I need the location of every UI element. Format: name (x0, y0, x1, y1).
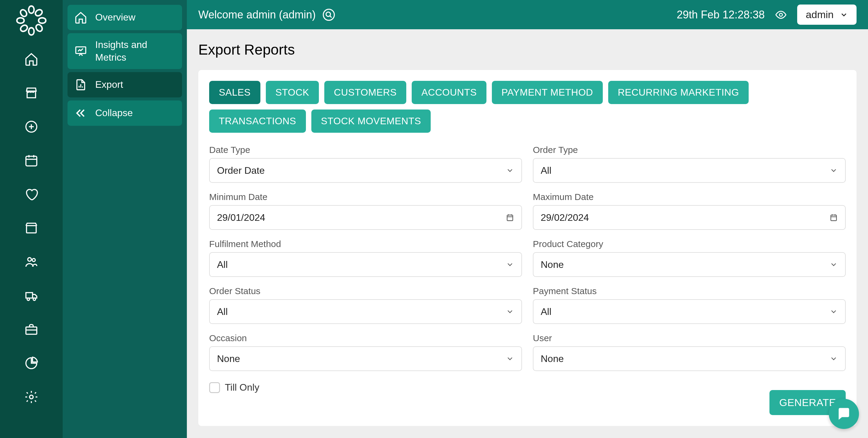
sidebar-item-export[interactable]: Export (67, 72, 182, 97)
presentation-icon (73, 44, 88, 59)
nav-calendar-icon[interactable] (23, 152, 40, 169)
min-date-input[interactable]: 29/01/2024 (209, 205, 522, 230)
product-category-select[interactable]: None (533, 252, 846, 277)
chevron-down-icon (506, 260, 514, 269)
chat-launcher[interactable] (829, 399, 859, 429)
nav-box-icon[interactable] (23, 220, 40, 236)
order-type-label: Order Type (533, 145, 846, 155)
eye-icon[interactable] (774, 8, 787, 22)
chevron-down-icon (830, 166, 838, 175)
export-card: SALES STOCK CUSTOMERS ACCOUNTS PAYMENT M… (198, 70, 857, 426)
fulfilment-method-select[interactable]: All (209, 252, 522, 277)
page-title: Export Reports (198, 41, 857, 58)
chevron-down-icon (830, 308, 838, 316)
tab-accounts[interactable]: ACCOUNTS (412, 81, 487, 104)
tab-stock[interactable]: STOCK (266, 81, 319, 104)
order-status-label: Order Status (209, 286, 522, 296)
chat-icon (836, 406, 852, 422)
user-filter-select[interactable]: None (533, 346, 846, 371)
svg-rect-1 (26, 156, 37, 166)
sidebar-item-collapse[interactable]: Collapse (67, 100, 182, 126)
occasion-select[interactable]: None (209, 346, 522, 371)
date-type-label: Date Type (209, 145, 522, 155)
nav-delivery-icon[interactable] (23, 287, 40, 304)
calendar-icon (506, 213, 514, 222)
max-date-label: Maximum Date (533, 192, 846, 202)
order-status-select[interactable]: All (209, 299, 522, 324)
payment-status-select[interactable]: All (533, 299, 846, 324)
max-date-input[interactable]: 29/02/2024 (533, 205, 846, 230)
sidebar-item-label: Collapse (95, 107, 133, 119)
sidebar-item-label: Export (95, 79, 123, 91)
till-only-label: Till Only (225, 382, 259, 393)
tab-transactions[interactable]: TRANSACTIONS (209, 110, 306, 133)
menu-sidebar: Overview Insights and Metrics Export Col… (63, 0, 187, 438)
tab-sales[interactable]: SALES (209, 81, 260, 104)
welcome-text: Welcome admin (admin) (198, 8, 315, 21)
date-type-select[interactable]: Order Date (209, 158, 522, 183)
sidebar-item-overview[interactable]: Overview (67, 5, 182, 30)
tab-customers[interactable]: CUSTOMERS (324, 81, 406, 104)
svg-point-11 (779, 13, 782, 16)
svg-rect-13 (831, 215, 837, 221)
tab-stock-movements[interactable]: STOCK MOVEMENTS (311, 110, 431, 133)
svg-rect-6 (26, 327, 37, 334)
header-bar: Welcome admin (admin) 29th Feb 12:28:38 … (187, 0, 868, 29)
nav-users-icon[interactable] (23, 253, 40, 270)
chevron-down-icon (506, 166, 514, 175)
payment-status-label: Payment Status (533, 286, 846, 296)
svg-rect-12 (507, 215, 513, 221)
svg-point-9 (323, 9, 335, 20)
house-icon (73, 10, 88, 25)
occasion-label: Occasion (209, 333, 522, 343)
nav-heart-icon[interactable] (23, 186, 40, 203)
logo-icon (13, 2, 50, 39)
nav-briefcase-icon[interactable] (23, 321, 40, 338)
chevron-down-icon (506, 354, 514, 363)
nav-settings-icon[interactable] (23, 388, 40, 405)
chevron-down-icon (830, 260, 838, 269)
chevron-down-icon (830, 354, 838, 363)
icon-sidebar (0, 0, 63, 438)
tab-payment-method[interactable]: PAYMENT METHOD (492, 81, 603, 104)
order-type-select[interactable]: All (533, 158, 846, 183)
nav-chart-icon[interactable] (23, 355, 40, 372)
datetime-text: 29th Feb 12:28:38 (677, 8, 765, 21)
chevron-down-icon (506, 308, 514, 316)
tab-row: SALES STOCK CUSTOMERS ACCOUNTS PAYMENT M… (209, 81, 846, 133)
user-dropdown[interactable]: admin (797, 4, 857, 25)
product-category-label: Product Category (533, 239, 846, 249)
sidebar-item-label: Insights and Metrics (95, 39, 147, 64)
till-only-checkbox[interactable] (209, 382, 220, 393)
user-filter-label: User (533, 333, 846, 343)
fulfilment-method-label: Fulfilment Method (209, 239, 522, 249)
calendar-icon (830, 213, 838, 222)
sidebar-item-insights[interactable]: Insights and Metrics (67, 33, 182, 69)
svg-point-3 (32, 259, 35, 262)
svg-point-7 (30, 395, 33, 399)
svg-point-2 (28, 258, 31, 261)
svg-point-5 (33, 298, 36, 300)
nav-home-icon[interactable] (23, 51, 40, 67)
search-icon[interactable] (321, 7, 336, 22)
chevron-double-left-icon (73, 106, 88, 120)
file-chart-icon (73, 78, 88, 92)
main-area: Welcome admin (admin) 29th Feb 12:28:38 … (187, 0, 868, 438)
tab-recurring-marketing[interactable]: RECURRING MARKETING (608, 81, 749, 104)
svg-point-10 (326, 12, 331, 16)
svg-point-4 (27, 298, 30, 300)
user-label: admin (806, 9, 834, 21)
sidebar-item-label: Overview (95, 11, 135, 24)
min-date-label: Minimum Date (209, 192, 522, 202)
nav-add-icon[interactable] (23, 118, 40, 135)
nav-shop-icon[interactable] (23, 84, 40, 101)
chevron-down-icon (840, 10, 848, 19)
